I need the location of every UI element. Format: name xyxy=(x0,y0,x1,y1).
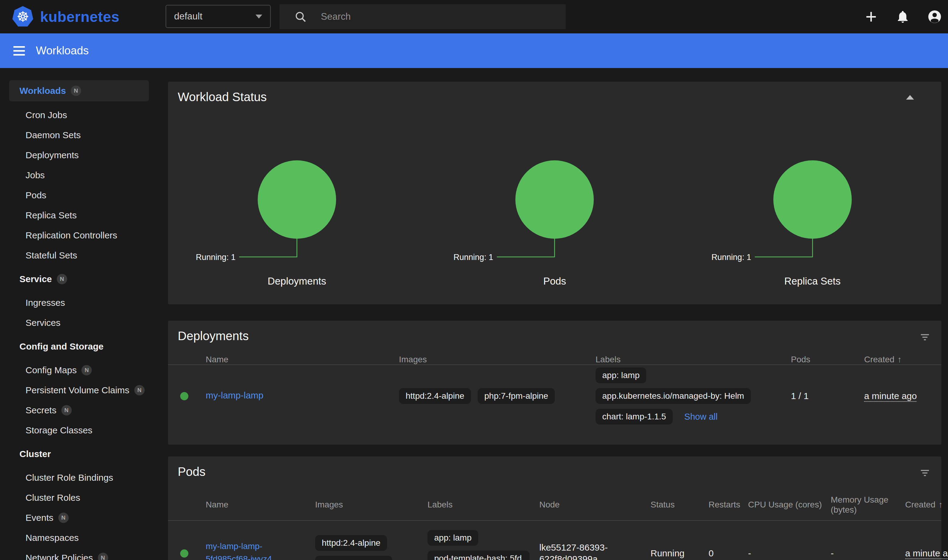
deployment-name-link[interactable]: my-lamp-lamp xyxy=(206,390,264,400)
sidebar-item-jobs[interactable]: Jobs xyxy=(0,165,158,185)
sidebar-item-storage-classes[interactable]: Storage Classes xyxy=(0,420,158,440)
replica-sets-pie-chart: Running: 1 Replica Sets xyxy=(684,129,941,304)
sidebar-item-network-policies[interactable]: Network Policies N xyxy=(0,548,158,560)
sidebar-item-cluster-roles[interactable]: Cluster Roles xyxy=(0,488,158,508)
deployments-table-header: Name Images Labels Pods Created↑ xyxy=(168,355,941,365)
col-header-cpu[interactable]: CPU Usage (cores) xyxy=(748,500,831,509)
pie-leader-line xyxy=(755,239,812,257)
sidebar-item-events[interactable]: Events N xyxy=(0,508,158,528)
col-header-pods[interactable]: Pods xyxy=(791,355,864,365)
sidebar-item-replication-controllers[interactable]: Replication Controllers xyxy=(0,225,158,245)
sidebar-item-cron-jobs[interactable]: Cron Jobs xyxy=(0,105,158,125)
sidebar-item-persistent-volume-claims[interactable]: Persistent Volume Claims N xyxy=(0,380,158,400)
table-row: my-lamp-lamp-5fd985cf68-jwvz4 httpd:2.4-… xyxy=(168,521,941,560)
deployments-table: Name Images Labels Pods Created↑ my-lamp… xyxy=(168,355,941,427)
col-header-status[interactable]: Status xyxy=(650,500,709,509)
image-chip: httpd:2.4-alpine xyxy=(315,535,387,551)
ship-wheel-icon: ☸ xyxy=(16,10,29,24)
workload-status-card: Workload Status Running: 1 Deployments R… xyxy=(168,82,941,304)
sidebar-item-daemon-sets[interactable]: Daemon Sets xyxy=(0,125,158,145)
image-chip: httpd:2.4-alpine xyxy=(399,388,471,404)
sidebar-item-ingresses[interactable]: Ingresses xyxy=(0,293,158,313)
chevron-down-icon xyxy=(256,15,262,18)
namespaced-badge: N xyxy=(57,274,67,284)
cpu-usage: - xyxy=(748,548,831,558)
filter-button[interactable] xyxy=(919,331,931,345)
memory-usage: - xyxy=(831,548,905,558)
namespaced-badge: N xyxy=(71,86,81,96)
pods-card: Pods Name Images Labels Node Status Rest… xyxy=(168,457,941,560)
namespaced-badge: N xyxy=(82,365,92,375)
bell-icon xyxy=(896,9,910,24)
notifications-button[interactable] xyxy=(889,0,916,34)
col-header-restarts[interactable]: Restarts xyxy=(709,500,748,509)
col-header-labels[interactable]: Labels xyxy=(427,500,540,509)
deployments-card: Deployments Name Images Labels Pods Crea… xyxy=(168,321,941,445)
pie-label: Running: 1 xyxy=(196,253,236,262)
label-chip: chart: lamp-1.1.5 xyxy=(595,409,673,425)
col-header-name[interactable]: Name xyxy=(206,500,315,509)
sidebar-section-config-and-storage: Config and Storage xyxy=(0,337,158,357)
user-menu-button[interactable] xyxy=(920,0,948,34)
create-resource-button[interactable]: + xyxy=(857,0,885,34)
col-header-labels[interactable]: Labels xyxy=(595,355,791,365)
label-chip: app: lamp xyxy=(427,530,478,546)
caret-up-icon[interactable] xyxy=(906,95,914,100)
plus-icon: + xyxy=(865,5,877,28)
chart-title: Deployments xyxy=(168,275,426,287)
sidebar-section-cluster: Cluster xyxy=(0,444,158,464)
col-header-images[interactable]: Images xyxy=(315,500,427,509)
search-input[interactable] xyxy=(321,11,566,22)
namespace-selector[interactable]: default xyxy=(166,5,271,28)
deployments-title: Deployments xyxy=(178,329,248,343)
sort-asc-icon: ↑ xyxy=(939,500,943,509)
sidebar-item-cluster-role-bindings[interactable]: Cluster Role Bindings xyxy=(0,468,158,488)
sidebar-item-replica-sets[interactable]: Replica Sets xyxy=(0,205,158,225)
sidebar-item-pods[interactable]: Pods xyxy=(0,185,158,205)
created-timestamp: a minute ago xyxy=(905,548,948,558)
sidebar-item-services[interactable]: Services xyxy=(0,313,158,333)
col-header-name[interactable]: Name xyxy=(206,355,399,365)
col-header-memory[interactable]: Memory Usage (bytes) xyxy=(831,495,905,515)
pie-leader-line xyxy=(497,239,555,257)
pods-title: Pods xyxy=(178,465,205,478)
namespaced-badge: N xyxy=(62,405,72,415)
sidebar-item-namespaces[interactable]: Namespaces xyxy=(0,528,158,548)
sidebar-item-stateful-sets[interactable]: Stateful Sets xyxy=(0,245,158,265)
pie-slice-running[interactable] xyxy=(257,160,336,239)
search-bar[interactable] xyxy=(279,4,566,29)
pie-slice-running[interactable] xyxy=(773,160,852,239)
pod-name-link[interactable]: my-lamp-lamp-5fd985cf68-jwvz4 xyxy=(206,542,272,560)
label-chip: pod-template-hash: 5fd985cf68 xyxy=(427,551,530,560)
sidebar-item-config-maps[interactable]: Config Maps N xyxy=(0,360,158,380)
pod-status: Running xyxy=(650,548,709,558)
brand-wordmark: kubernetes xyxy=(40,9,119,25)
sidebar-item-deployments[interactable]: Deployments xyxy=(0,145,158,165)
sort-asc-icon: ↑ xyxy=(897,355,902,364)
sidebar-item-workloads[interactable]: Workloads N xyxy=(9,80,149,102)
pie-slice-running[interactable] xyxy=(515,160,594,239)
table-row: my-lamp-lamp httpd:2.4-alpine php:7-fpm-… xyxy=(168,365,941,427)
col-header-images[interactable]: Images xyxy=(399,355,595,365)
sidebar-item-secrets[interactable]: Secrets N xyxy=(0,400,158,420)
label-chip: app.kubernetes.io/managed-by: Helm xyxy=(595,388,751,404)
image-chip: php:7-fpm-alpine xyxy=(478,388,555,404)
col-header-node[interactable]: Node xyxy=(540,500,650,509)
namespaced-badge: N xyxy=(134,385,145,395)
pods-table-header: Name Images Labels Node Status Restarts … xyxy=(168,491,941,521)
kubernetes-logo[interactable]: ☸ kubernetes xyxy=(12,0,119,34)
status-ok-icon xyxy=(180,392,188,400)
sidebar-item-service[interactable]: Service N xyxy=(0,269,158,289)
kubernetes-dashboard: ☸ kubernetes default + xyxy=(0,0,948,560)
show-all-link[interactable]: Show all xyxy=(684,412,718,422)
namespace-selected-value: default xyxy=(174,11,202,22)
col-header-created[interactable]: Created↑ xyxy=(905,500,948,509)
filter-list-icon xyxy=(919,331,931,343)
filter-list-icon xyxy=(919,467,931,479)
menu-toggle-button[interactable] xyxy=(13,46,25,55)
filter-button[interactable] xyxy=(919,467,931,480)
pie-label: Running: 1 xyxy=(711,253,751,262)
deployments-pie-chart: Running: 1 Deployments xyxy=(168,129,426,304)
col-header-created[interactable]: Created↑ xyxy=(864,355,941,365)
pie-label: Running: 1 xyxy=(454,253,493,262)
